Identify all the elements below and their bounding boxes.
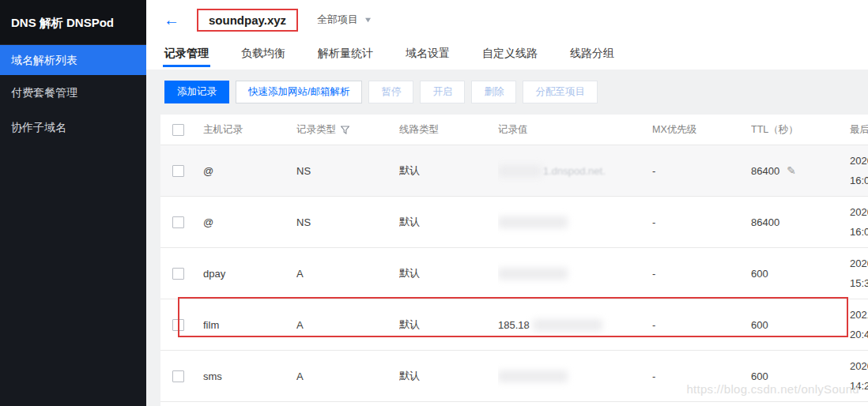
- cell-last-op: 2020 16:0: [850, 197, 868, 247]
- project-filter-label: 全部项目: [317, 13, 358, 27]
- last-op-time: 16:0: [850, 222, 868, 242]
- sidebar-item-collab-subdomains[interactable]: 协作子域名: [0, 110, 146, 145]
- cell-ttl: 600 ✎: [751, 248, 850, 299]
- cell-host: dpay: [203, 248, 296, 299]
- topbar: ← soundpay.xyz 全部项目 ▼: [146, 0, 868, 39]
- header-type-label: 记录类型: [296, 123, 336, 137]
- cell-value: [498, 351, 652, 401]
- ttl-value: 86400: [751, 216, 779, 228]
- cell-mx: -: [652, 197, 751, 247]
- cell-mx: -: [652, 248, 751, 299]
- back-arrow-icon[interactable]: ←: [164, 12, 179, 28]
- redacted-blur: [498, 370, 568, 382]
- project-filter-dropdown[interactable]: 全部项目 ▼: [317, 13, 372, 27]
- sidebar-item-paid-plans[interactable]: 付费套餐管理: [0, 75, 146, 110]
- cell-value: 1.dnspod.net.: [498, 145, 652, 196]
- cell-value: 185.18: [498, 299, 652, 350]
- row-checkbox[interactable]: [172, 165, 184, 177]
- header-mx: MX优先级: [652, 115, 751, 145]
- last-op-date: 2020: [850, 254, 868, 273]
- cell-ttl: 86400 ✎: [751, 145, 850, 196]
- table-header-row: 主机记录 记录类型 线路类型 记录值 MX优先级 TTL（秒） 最后: [160, 115, 868, 145]
- table-row: @ NS 默认 - 86400 ✎ 2020 16:0: [160, 196, 868, 247]
- table-row: film A 默认 185.18 - 600 ✎ 2021 20:4: [160, 299, 868, 350]
- sidebar-item-domain-list[interactable]: 域名解析列表: [0, 45, 146, 75]
- assign-project-button[interactable]: 分配至项目: [523, 81, 598, 103]
- pause-button[interactable]: 暂停: [368, 81, 413, 103]
- cell-line: 默认: [399, 299, 498, 350]
- content-area: 添加记录 快速添加网站/邮箱解析 暂停 开启 删除 分配至项目 主机记录 记录类…: [146, 70, 868, 406]
- cell-type: A: [296, 351, 399, 401]
- enable-button[interactable]: 开启: [420, 81, 465, 103]
- cell-host: film: [203, 299, 296, 350]
- edit-pencil-icon[interactable]: ✎: [787, 164, 796, 177]
- header-last-op: 最后: [850, 115, 868, 145]
- last-op-time: 20:4: [850, 325, 868, 344]
- ttl-value: 600: [751, 268, 768, 280]
- delete-button[interactable]: 删除: [471, 81, 516, 103]
- row-checkbox[interactable]: [172, 370, 184, 382]
- cell-line: 默认: [399, 351, 498, 401]
- last-op-date: 2020: [850, 356, 868, 376]
- cell-type: A: [296, 299, 399, 350]
- record-value-visible: 185.18: [498, 319, 530, 331]
- header-type: 记录类型: [296, 115, 399, 145]
- select-all-checkbox[interactable]: [172, 124, 184, 136]
- watermark-text: https://blog.csdn.net/onlySound: [686, 382, 859, 396]
- redacted-blur: [498, 165, 542, 177]
- row-checkbox[interactable]: [172, 319, 184, 331]
- redacted-blur: [498, 216, 568, 228]
- sidebar-item-label: 协作子域名: [11, 121, 66, 133]
- ttl-value: 600: [751, 370, 768, 382]
- tab-domain-settings[interactable]: 域名设置: [406, 39, 450, 70]
- cell-type: A: [296, 248, 399, 299]
- cell-ttl: 86400 ✎: [751, 197, 850, 247]
- tab-bar: 记录管理 负载均衡 解析量统计 域名设置 自定义线路 线路分组: [146, 39, 868, 70]
- ttl-value: 600: [751, 319, 768, 331]
- partial-next-row: [160, 401, 868, 406]
- tab-load-balancing[interactable]: 负载均衡: [241, 39, 285, 70]
- header-value: 记录值: [498, 115, 652, 145]
- ttl-value: 86400: [751, 165, 779, 177]
- header-host: 主机记录: [203, 115, 296, 145]
- tab-custom-lines[interactable]: 自定义线路: [482, 39, 538, 70]
- cell-value: [498, 248, 652, 299]
- cell-last-op: 2020 15:3: [850, 248, 868, 299]
- cell-value: [498, 197, 652, 247]
- tab-line-groups[interactable]: 线路分组: [570, 39, 614, 70]
- filter-funnel-icon[interactable]: [341, 126, 349, 134]
- cell-ttl: 600 ✎: [751, 299, 850, 350]
- last-op-date: 2020: [850, 202, 868, 222]
- cell-type: NS: [296, 145, 399, 196]
- last-op-time: 16:0: [850, 171, 868, 190]
- tab-record-management[interactable]: 记录管理: [164, 39, 209, 70]
- chevron-down-icon: ▼: [364, 16, 373, 24]
- row-checkbox[interactable]: [172, 216, 184, 228]
- sidebar-item-label: 域名解析列表: [11, 54, 77, 66]
- record-value-ghost: 1.dnspod.net.: [543, 165, 606, 177]
- domain-name: soundpay.xyz: [197, 9, 298, 32]
- cell-host: @: [203, 197, 296, 247]
- app-title: DNS 解析 DNSPod: [0, 0, 146, 45]
- add-record-button[interactable]: 添加记录: [164, 81, 229, 103]
- redacted-blur: [498, 268, 568, 280]
- main-area: ← soundpay.xyz 全部项目 ▼ 记录管理 负载均衡 解析量统计 域名…: [146, 0, 868, 406]
- cell-line: 默认: [399, 197, 498, 247]
- cell-host: @: [203, 145, 296, 196]
- cell-mx: -: [652, 145, 751, 196]
- quick-add-button[interactable]: 快速添加网站/邮箱解析: [236, 81, 362, 103]
- tab-resolution-stats[interactable]: 解析量统计: [318, 39, 373, 70]
- table-row: @ NS 默认 1.dnspod.net. - 86400 ✎ 2020 16:…: [160, 145, 868, 196]
- header-line: 线路类型: [399, 115, 498, 145]
- last-op-date: 2021: [850, 305, 868, 325]
- redacted-blur: [533, 319, 602, 331]
- sidebar: DNS 解析 DNSPod 域名解析列表 付费套餐管理 协作子域名: [0, 0, 146, 406]
- table-row: dpay A 默认 - 600 ✎ 2020 15:3: [160, 247, 868, 299]
- cell-line: 默认: [399, 145, 498, 196]
- cell-host: sms: [203, 351, 296, 401]
- cell-mx: -: [652, 299, 751, 350]
- header-ttl: TTL（秒）: [751, 115, 850, 145]
- toolbar: 添加记录 快速添加网站/邮箱解析 暂停 开启 删除 分配至项目: [164, 81, 868, 103]
- row-checkbox[interactable]: [172, 268, 184, 280]
- sidebar-item-label: 付费套餐管理: [11, 86, 77, 99]
